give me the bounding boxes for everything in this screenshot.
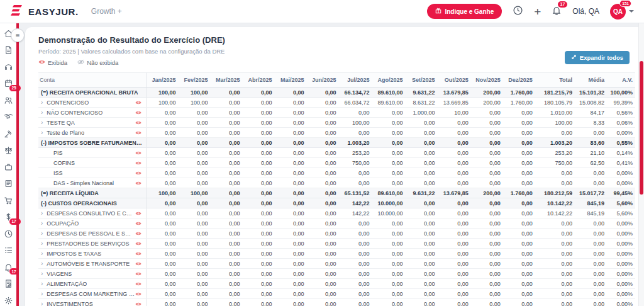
value-cell: 0,00 (210, 108, 242, 118)
value-cell: 0,41% (607, 158, 635, 168)
app-logo[interactable]: EASYJUR. (9, 5, 79, 18)
value-cell: 0,00 (307, 289, 339, 299)
eye-icon[interactable] (135, 241, 143, 246)
sidebar-toggle-button[interactable]: ≡ (11, 28, 25, 42)
sidebar-item-cases[interactable] (3, 163, 14, 173)
eye-icon[interactable] (135, 221, 143, 226)
eye-icon[interactable] (135, 211, 143, 216)
sidebar-item-agenda[interactable]: 250 (3, 80, 14, 90)
value-cell: 0,00 (339, 269, 372, 279)
eye-icon[interactable] (135, 292, 143, 297)
chevron-right-icon[interactable]: › (41, 130, 43, 136)
value-cell: 0,00% (607, 178, 635, 188)
value-cell: 0,00 (339, 168, 372, 178)
eye-icon[interactable] (135, 231, 143, 236)
eye-icon[interactable] (135, 261, 143, 266)
eye-icon[interactable] (135, 100, 143, 105)
value-cell: 10.000,00 (372, 208, 406, 218)
eye-icon[interactable] (135, 130, 143, 135)
value-cell: 0,00 (242, 279, 274, 289)
eye-icon[interactable] (135, 150, 143, 156)
value-cell: 0,00 (307, 229, 339, 239)
value-cell: 0,00 (274, 229, 306, 239)
chevron-right-icon[interactable]: › (41, 230, 43, 237)
value-cell: 0,00 (146, 148, 178, 158)
value-cell: 62,50 (575, 158, 607, 168)
chevron-right-icon[interactable]: › (41, 99, 43, 106)
value-cell: 0,00 (178, 229, 210, 239)
value-cell: 0,00 (503, 128, 535, 138)
chevron-right-icon[interactable]: › (41, 220, 43, 227)
notifications-button[interactable]: 17 (552, 5, 562, 18)
value-cell: 0,00 (178, 128, 210, 138)
chevron-right-icon[interactable]: › (41, 301, 43, 306)
chevron-right-icon[interactable]: › (41, 271, 43, 277)
chevron-right-icon[interactable]: › (41, 110, 43, 116)
value-cell: 0,00 (178, 299, 210, 306)
sidebar-badge-agenda: 250 (9, 84, 21, 92)
sidebar-item-tasks[interactable] (3, 247, 14, 257)
app-body: 25017917 ≡ Demonstração do Resultado do … (0, 23, 644, 306)
value-cell: 0,00 (372, 218, 406, 229)
chevron-right-icon[interactable]: › (41, 120, 43, 126)
history-button[interactable] (513, 5, 523, 18)
value-cell: 0,00% (607, 259, 635, 269)
dre-card: Demonstração do Resultado do Exercício (… (25, 27, 638, 306)
value-cell: 100,00 (178, 98, 210, 108)
chevron-right-icon[interactable]: › (41, 281, 43, 287)
eye-icon[interactable] (135, 171, 143, 176)
sidebar-item-documents[interactable] (3, 47, 14, 57)
sidebar-item-purchases[interactable] (3, 196, 14, 207)
sidebar-item-publications[interactable] (3, 180, 14, 190)
gavel-icon (4, 129, 13, 141)
value-cell: 0,00 (535, 229, 575, 239)
eye-icon[interactable] (135, 161, 143, 166)
sidebar-item-financial[interactable]: 179 (3, 213, 14, 224)
sidebar-item-legal[interactable] (3, 130, 14, 140)
sidebar-item-notifications[interactable]: 17 (3, 263, 14, 273)
chevron-right-icon[interactable]: › (41, 291, 43, 297)
sidebar-item-contracts[interactable] (3, 280, 14, 290)
value-cell: 0,00 (242, 208, 274, 218)
value-cell: 0,00 (471, 178, 503, 188)
sidebar-item-clients[interactable] (3, 96, 14, 106)
sidebar-item-support[interactable] (3, 63, 14, 73)
sidebar-item-reports[interactable] (3, 230, 14, 240)
eye-icon[interactable] (135, 110, 143, 115)
refer-and-earn-button[interactable]: Indique e Ganhe (427, 4, 502, 19)
account-label: DESPESAS CONSULTIVO E CONTENCIOSO (47, 210, 135, 217)
sidebar-item-settings[interactable] (3, 297, 14, 306)
sidebar-item-processes[interactable] (3, 147, 14, 157)
expand-all-button[interactable]: Expandir todos (565, 51, 630, 64)
eye-icon[interactable] (135, 271, 143, 276)
vertical-scrollbar[interactable] (638, 23, 644, 306)
value-cell: 100,00 (146, 88, 178, 98)
value-cell: 0,00 (372, 128, 406, 138)
sidebar-item-partners[interactable] (3, 113, 14, 123)
eye-icon[interactable] (135, 302, 143, 306)
eye-icon[interactable] (135, 120, 143, 125)
account-label: ISS (53, 170, 63, 176)
user-menu[interactable]: QA 151 (610, 4, 634, 20)
gift-icon (435, 8, 441, 15)
eye-icon[interactable] (135, 281, 143, 286)
eye-icon[interactable] (135, 251, 143, 256)
quick-add-button[interactable]: + (534, 6, 541, 18)
chevron-right-icon[interactable]: › (41, 241, 43, 247)
column-header: Ago/2025 (372, 73, 406, 88)
account-label: ALIMENTAÇÃO (47, 281, 87, 287)
value-cell: 0,00 (471, 279, 503, 289)
eye-icon[interactable] (135, 181, 143, 186)
value-cell: 0,00 (210, 218, 242, 229)
value-cell: 0,00 (274, 158, 306, 168)
value-cell: 0,00 (471, 158, 503, 168)
logo-wordmark: EASYJUR. (28, 6, 79, 17)
chevron-right-icon[interactable]: › (41, 251, 43, 257)
value-cell: 0,00 (242, 178, 274, 188)
chevron-right-icon[interactable]: › (41, 261, 43, 267)
scrollbar-thumb[interactable] (640, 61, 643, 195)
value-cell: 0,00 (575, 239, 607, 249)
chevron-right-icon[interactable]: › (41, 210, 43, 217)
value-cell: 0,00 (438, 118, 471, 128)
table-row: ›Teste de Plano0,000,000,000,000,000,000… (38, 128, 635, 138)
